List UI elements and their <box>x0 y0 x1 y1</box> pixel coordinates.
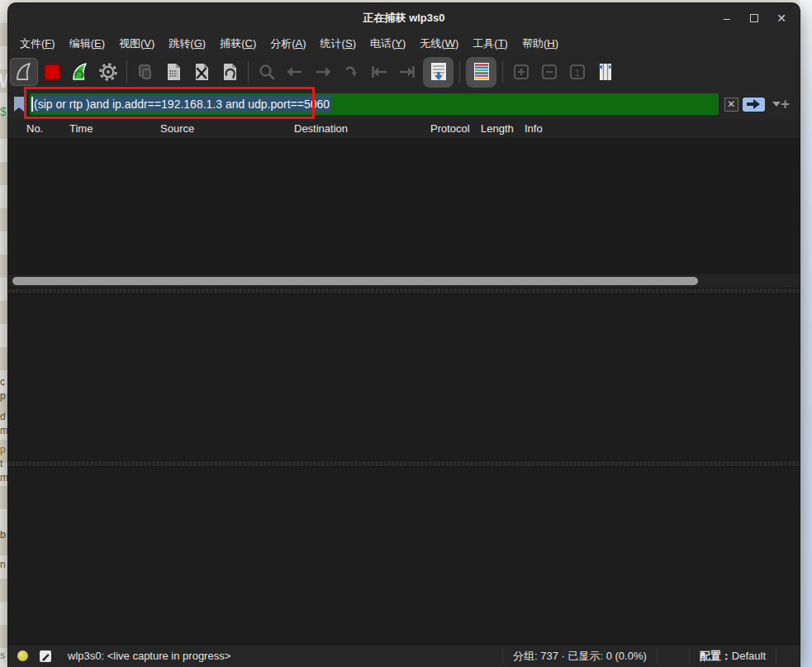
close-file-button[interactable] <box>188 58 216 86</box>
reload-file-button[interactable] <box>216 58 244 86</box>
window-title: 正在捕获 wlp3s0 <box>363 11 445 26</box>
document-x-icon <box>192 62 211 82</box>
bg-fragment: d <box>0 411 6 422</box>
zoom-out-button[interactable] <box>535 58 563 86</box>
curved-arrow-icon <box>341 62 361 82</box>
one-box-icon: 1 <box>568 63 586 81</box>
menu-edit[interactable]: 编辑(E) <box>68 35 107 53</box>
start-capture-button[interactable] <box>10 58 38 86</box>
packet-list-header: No. Time Source Destination Protocol Len… <box>8 119 800 139</box>
packet-bytes-pane[interactable] <box>8 467 800 644</box>
filter-clear-button[interactable]: ✕ <box>724 98 738 112</box>
filter-history-caret[interactable] <box>772 102 781 107</box>
stacked-documents-icon <box>135 62 155 82</box>
open-file-button[interactable] <box>131 58 159 86</box>
column-source[interactable]: Source <box>160 122 194 135</box>
svg-text:1: 1 <box>575 68 580 78</box>
expert-info-dot[interactable] <box>17 650 28 661</box>
menu-view[interactable]: 视图(V) <box>117 35 156 53</box>
colorize-button[interactable] <box>466 57 496 88</box>
bg-fragment: t <box>0 458 2 469</box>
arrow-left-icon <box>285 62 305 82</box>
menu-file[interactable]: 文件(F) <box>18 35 57 53</box>
titlebar[interactable]: 正在捕获 wlp3s0 – ✕ <box>8 3 800 33</box>
menu-analyze[interactable]: 分析(A) <box>268 35 307 53</box>
bookmark-icon[interactable] <box>12 96 26 112</box>
minus-box-icon <box>540 63 558 81</box>
bar-arrow-left-icon <box>369 62 389 82</box>
filter-toolbar: (sip or rtp )and ip.addr==192.168.1.3 an… <box>8 89 800 119</box>
go-last-button[interactable] <box>393 58 421 86</box>
bg-fragment: m <box>0 472 8 484</box>
document-colored-lines-icon <box>471 61 492 83</box>
close-button[interactable]: ✕ <box>775 12 788 25</box>
packet-counts: 分组: 737 · 已显示: 0 (0.0%) <box>502 648 658 665</box>
bg-fragment: W <box>0 69 8 93</box>
save-file-button[interactable] <box>159 58 188 86</box>
profile-label: 配置： <box>700 649 732 664</box>
toolbar-separator <box>248 61 249 83</box>
minimize-button[interactable]: – <box>720 12 734 25</box>
capture-options-button[interactable] <box>94 58 122 86</box>
document-reload-icon <box>220 62 240 82</box>
column-time[interactable]: Time <box>69 122 93 135</box>
columns-resize-icon <box>596 62 615 82</box>
menu-go[interactable]: 跳转(G) <box>167 35 207 53</box>
go-first-button[interactable] <box>365 58 393 86</box>
bg-fragment: m <box>0 425 8 436</box>
scrollbar-thumb[interactable] <box>12 277 698 285</box>
filter-apply-button[interactable] <box>743 98 765 112</box>
horizontal-scrollbar[interactable] <box>8 274 800 288</box>
menu-capture[interactable]: 捕获(C) <box>218 35 258 53</box>
toolbar-separator <box>502 61 503 83</box>
menu-wireless[interactable]: 无线(W) <box>418 35 460 53</box>
profile-selector[interactable]: 配置： Default <box>689 648 776 665</box>
arrow-right-icon <box>313 62 333 82</box>
bg-fragment: p <box>0 444 6 455</box>
menu-telephony[interactable]: 电话(Y) <box>368 35 407 53</box>
magnifier-icon <box>257 62 277 82</box>
pane-splitter[interactable] <box>8 288 800 294</box>
column-no[interactable]: No. <box>26 122 43 135</box>
main-toolbar: 1 <box>8 55 800 89</box>
column-destination[interactable]: Destination <box>294 122 348 135</box>
column-info[interactable]: Info <box>525 122 543 135</box>
menu-help[interactable]: 帮助(H) <box>520 35 560 53</box>
menu-tools[interactable]: 工具(T) <box>471 35 510 53</box>
auto-scroll-button[interactable] <box>423 57 453 88</box>
packet-list-pane[interactable] <box>8 139 800 274</box>
filter-text-selected: (sip or rtp )and ip.addr==192.168.1.3 an… <box>33 96 331 112</box>
toolbar-separator <box>459 61 460 83</box>
bg-fragment: s <box>0 650 5 661</box>
menu-statistics[interactable]: 统计(S) <box>319 35 358 53</box>
capture-comment-icon[interactable] <box>39 650 52 663</box>
arrow-right-bar-icon <box>397 62 417 82</box>
packet-details-pane[interactable] <box>8 294 800 460</box>
resize-columns-button[interactable] <box>591 58 620 86</box>
restart-capture-button[interactable] <box>66 58 94 86</box>
find-packet-button[interactable] <box>253 58 281 86</box>
go-back-button[interactable] <box>281 58 309 86</box>
desktop-wallpaper-strip <box>800 0 812 667</box>
bg-fragment: c <box>0 376 5 388</box>
zoom-in-button[interactable] <box>507 58 535 86</box>
document-down-arrow-icon <box>428 61 449 83</box>
filter-add-button[interactable]: + <box>781 95 790 113</box>
red-square-icon <box>42 62 62 82</box>
bg-fragment: $ <box>0 105 7 118</box>
normal-size-button[interactable]: 1 <box>563 58 591 86</box>
display-filter-input[interactable]: (sip or rtp )and ip.addr==192.168.1.3 an… <box>30 93 719 115</box>
go-to-packet-button[interactable] <box>337 58 365 86</box>
bg-fragment: p <box>0 390 6 402</box>
toolbar-separator <box>126 61 127 83</box>
pane-splitter[interactable] <box>8 460 800 467</box>
maximize-button[interactable] <box>750 14 758 22</box>
menubar: 文件(F) 编辑(E) 视图(V) 跳转(G) 捕获(C) 分析(A) 统计(S… <box>8 33 800 55</box>
stop-capture-button[interactable] <box>38 58 66 86</box>
go-forward-button[interactable] <box>309 58 337 86</box>
statusbar: wlp3s0: <live capture in progress> 分组: 7… <box>8 644 800 667</box>
gear-icon <box>97 61 119 83</box>
bg-fragment: n <box>0 559 6 570</box>
column-protocol[interactable]: Protocol <box>430 122 470 135</box>
column-length[interactable]: Length <box>481 122 514 135</box>
